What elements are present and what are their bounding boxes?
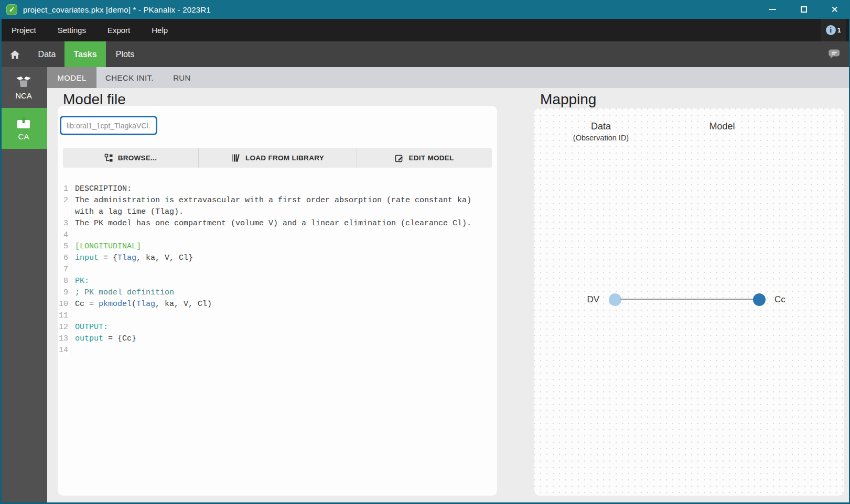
code-line-number: 9 — [58, 287, 71, 299]
sidebar-item-label: CA — [18, 132, 29, 141]
task-step-tabs: MODEL CHECK INIT. RUN — [47, 67, 849, 88]
load-from-library-button[interactable]: LOAD FROM LIBRARY — [198, 148, 357, 168]
browse-tree-icon — [104, 154, 113, 162]
code-token: ; PK model definition — [75, 288, 174, 297]
code-line: 13output = {Cc} — [58, 333, 489, 345]
tab-data[interactable]: Data — [29, 41, 64, 67]
home-icon — [9, 49, 21, 60]
mapping-heading: Mapping — [540, 91, 596, 108]
close-button[interactable]: ✕ — [819, 0, 850, 19]
notifications-button[interactable]: i 1 — [821, 19, 846, 41]
tab-tasks[interactable]: Tasks — [64, 41, 106, 67]
observation-id-label: (Observation ID) — [554, 134, 648, 142]
model-code-editor[interactable]: 1DESCRIPTION:2The administration is extr… — [58, 183, 489, 356]
code-token: The PK model has one compartment (volume… — [75, 219, 471, 228]
mapping-row-dv-cc: DV Cc — [534, 293, 844, 306]
code-line-text: PK: — [71, 276, 485, 287]
maximize-icon — [801, 6, 807, 13]
code-line-text — [71, 229, 485, 241]
edit-pencil-icon — [395, 154, 404, 162]
window-frame-left — [0, 19, 2, 504]
code-line-number: 3 — [58, 218, 71, 229]
browse-button[interactable]: BROWSE... — [63, 148, 198, 168]
code-line-number: 1 — [58, 183, 71, 195]
code-token: DESCRIPTION: — [75, 184, 132, 193]
subtab-run[interactable]: RUN — [163, 67, 201, 88]
info-icon: i — [826, 25, 836, 35]
code-line: 2The administration is extravascular wit… — [58, 195, 489, 218]
pkanalix-logo-icon: ✓ — [6, 4, 17, 15]
code-line-number: 13 — [58, 333, 71, 345]
code-token: Tlag — [136, 300, 155, 309]
model-file-path-input[interactable] — [60, 116, 157, 135]
mapping-data-column-header: Data (Observation ID) — [554, 121, 648, 142]
home-button[interactable] — [0, 41, 29, 67]
menu-help[interactable]: Help — [152, 26, 168, 35]
sidebar-item-nca[interactable]: NCA — [0, 67, 47, 108]
window-controls: ✕ — [757, 0, 850, 19]
tab-plots[interactable]: Plots — [106, 41, 144, 67]
dv-connector-handle[interactable] — [609, 293, 621, 306]
menu-export[interactable]: Export — [107, 26, 130, 35]
code-token: [LONGITUDINAL] — [75, 242, 141, 251]
subtab-model[interactable]: MODEL — [47, 67, 96, 88]
code-line-text — [71, 264, 485, 276]
maximize-button[interactable] — [788, 0, 819, 19]
load-from-library-button-label: LOAD FROM LIBRARY — [245, 154, 324, 162]
nca-open-box-icon — [14, 75, 33, 89]
code-token: PK: — [75, 277, 89, 286]
sidebar-item-ca[interactable]: CA — [0, 108, 47, 149]
comments-button[interactable] — [817, 41, 850, 67]
code-line-number: 2 — [58, 195, 71, 218]
close-icon: ✕ — [831, 5, 838, 14]
code-line: 6input = {Tlag, ka, V, Cl} — [58, 253, 489, 264]
edit-model-button[interactable]: EDIT MODEL — [357, 148, 492, 168]
code-token: The administration is extravascular with… — [75, 196, 476, 216]
mapping-connection-line — [620, 299, 754, 300]
ca-box-icon — [15, 116, 32, 129]
menu-bar: Project Settings Export Help i 1 — [0, 19, 850, 41]
menu-settings[interactable]: Settings — [58, 26, 86, 35]
code-line-text — [71, 345, 485, 356]
code-line: 8PK: — [58, 276, 489, 287]
code-line: 11 — [58, 310, 489, 322]
code-line: 14 — [58, 345, 489, 356]
model-file-panel: BROWSE... LOAD FROM LIBRARY EDIT MODEL — [58, 106, 497, 496]
cc-connector-handle[interactable] — [753, 293, 766, 306]
code-token: Cc = — [75, 300, 99, 309]
code-line-number: 10 — [58, 299, 71, 310]
code-line-number: 11 — [58, 310, 71, 322]
code-token: , ka, V, Cl} — [136, 254, 193, 262]
code-line-number: 6 — [58, 253, 71, 264]
code-line: 12OUTPUT: — [58, 322, 489, 333]
code-line-number: 7 — [58, 264, 71, 276]
dv-label: DV — [581, 294, 599, 305]
code-line-number: 5 — [58, 241, 71, 253]
minimize-icon — [769, 9, 776, 10]
edit-model-button-label: EDIT MODEL — [408, 154, 454, 162]
code-token: input — [75, 254, 99, 262]
code-line-text: ; PK model definition — [71, 287, 485, 299]
code-token: pkmodel — [99, 300, 132, 309]
minimize-button[interactable] — [757, 0, 788, 19]
code-line: 5[LONGITUDINAL] — [58, 241, 489, 253]
code-token: ( — [132, 300, 136, 309]
code-line-text: DESCRIPTION: — [71, 183, 485, 195]
subtab-check-init[interactable]: CHECK INIT. — [96, 67, 163, 88]
chat-bubble-icon — [827, 48, 841, 60]
task-sidebar: NCA CA — [0, 67, 47, 502]
code-line: 3The PK model has one compartment (volum… — [58, 218, 489, 229]
mapping-panel: Data (Observation ID) Model DV Cc — [534, 108, 844, 496]
code-token: , ka, V, Cl) — [155, 300, 212, 309]
code-line-text — [71, 310, 485, 322]
code-line-text: Cc = pkmodel(Tlag, ka, V, Cl) — [71, 299, 485, 310]
code-line-text: The administration is extravascular with… — [71, 195, 485, 218]
code-token: output — [75, 334, 103, 343]
code-line: 9; PK model definition — [58, 287, 489, 299]
code-token: Tlag — [117, 254, 136, 262]
code-line-text: input = {Tlag, ka, V, Cl} — [71, 253, 485, 264]
sidebar-item-label: NCA — [15, 91, 32, 100]
title-bar: ✓ project_covariates.pkx [demo] * - PKan… — [0, 0, 850, 19]
menu-project[interactable]: Project — [12, 26, 36, 35]
code-token: = {Cc} — [103, 334, 136, 343]
